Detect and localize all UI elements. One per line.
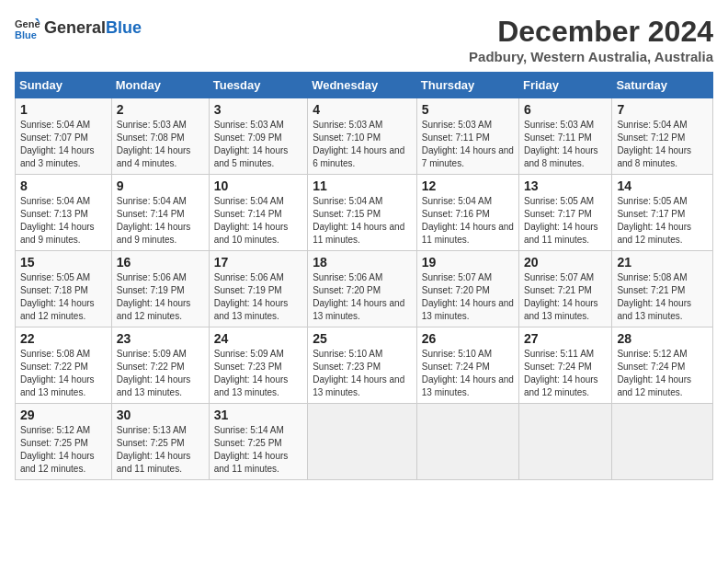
day-number: 24 <box>214 331 302 346</box>
day-info: Sunrise: 5:03 AMSunset: 7:09 PMDaylight:… <box>214 120 289 168</box>
day-cell: 16 Sunrise: 5:06 AMSunset: 7:19 PMDaylig… <box>111 251 209 327</box>
day-cell: 5 Sunrise: 5:03 AMSunset: 7:11 PMDayligh… <box>416 98 518 175</box>
day-number: 3 <box>214 102 302 117</box>
col-header-friday: Friday <box>518 73 611 98</box>
day-cell: 31 Sunrise: 5:14 AMSunset: 7:25 PMDaylig… <box>209 404 307 480</box>
week-row-2: 15 Sunrise: 5:05 AMSunset: 7:18 PMDaylig… <box>16 251 713 327</box>
day-cell <box>612 404 713 480</box>
day-cell: 19 Sunrise: 5:07 AMSunset: 7:20 PMDaylig… <box>416 251 518 327</box>
day-cell <box>416 404 518 480</box>
day-info: Sunrise: 5:05 AMSunset: 7:17 PMDaylight:… <box>617 196 691 245</box>
col-header-thursday: Thursday <box>416 73 518 98</box>
col-header-tuesday: Tuesday <box>209 73 307 98</box>
col-header-saturday: Saturday <box>612 73 713 98</box>
day-info: Sunrise: 5:09 AMSunset: 7:23 PMDaylight:… <box>214 349 289 397</box>
day-info: Sunrise: 5:03 AMSunset: 7:08 PMDaylight:… <box>117 120 191 168</box>
day-info: Sunrise: 5:03 AMSunset: 7:11 PMDaylight:… <box>422 120 514 168</box>
day-cell: 3 Sunrise: 5:03 AMSunset: 7:09 PMDayligh… <box>209 98 307 175</box>
day-cell: 21 Sunrise: 5:08 AMSunset: 7:21 PMDaylig… <box>612 251 713 327</box>
day-info: Sunrise: 5:07 AMSunset: 7:20 PMDaylight:… <box>422 272 514 321</box>
day-cell: 29 Sunrise: 5:12 AMSunset: 7:25 PMDaylig… <box>16 404 112 480</box>
day-info: Sunrise: 5:04 AMSunset: 7:12 PMDaylight:… <box>617 120 691 168</box>
day-info: Sunrise: 5:08 AMSunset: 7:22 PMDaylight:… <box>20 349 95 397</box>
svg-text:Blue: Blue <box>15 29 37 40</box>
day-number: 8 <box>20 178 107 193</box>
header: General Blue GeneralBlue December 2024 P… <box>15 15 713 64</box>
day-cell <box>308 404 417 480</box>
day-number: 31 <box>214 408 302 422</box>
day-cell: 11 Sunrise: 5:04 AMSunset: 7:15 PMDaylig… <box>308 175 417 251</box>
day-info: Sunrise: 5:11 AMSunset: 7:24 PMDaylight:… <box>524 349 598 397</box>
day-number: 16 <box>117 255 204 270</box>
day-cell: 28 Sunrise: 5:12 AMSunset: 7:24 PMDaylig… <box>612 327 713 404</box>
day-number: 27 <box>524 331 607 346</box>
day-info: Sunrise: 5:12 AMSunset: 7:24 PMDaylight:… <box>617 349 691 397</box>
day-number: 19 <box>422 255 514 270</box>
day-number: 5 <box>422 102 514 117</box>
day-info: Sunrise: 5:13 AMSunset: 7:25 PMDaylight:… <box>117 425 191 474</box>
day-info: Sunrise: 5:04 AMSunset: 7:14 PMDaylight:… <box>214 196 289 245</box>
day-number: 21 <box>617 255 708 270</box>
day-number: 26 <box>422 331 514 346</box>
day-info: Sunrise: 5:06 AMSunset: 7:19 PMDaylight:… <box>214 272 289 321</box>
header-row: SundayMondayTuesdayWednesdayThursdayFrid… <box>16 73 713 98</box>
day-number: 15 <box>20 255 107 270</box>
day-cell: 14 Sunrise: 5:05 AMSunset: 7:17 PMDaylig… <box>612 175 713 251</box>
day-number: 7 <box>617 102 708 117</box>
week-row-0: 1 Sunrise: 5:04 AMSunset: 7:07 PMDayligh… <box>16 98 713 175</box>
day-cell: 30 Sunrise: 5:13 AMSunset: 7:25 PMDaylig… <box>111 404 209 480</box>
day-cell: 9 Sunrise: 5:04 AMSunset: 7:14 PMDayligh… <box>111 175 209 251</box>
day-cell: 2 Sunrise: 5:03 AMSunset: 7:08 PMDayligh… <box>111 98 209 175</box>
day-cell: 23 Sunrise: 5:09 AMSunset: 7:22 PMDaylig… <box>111 327 209 404</box>
week-row-4: 29 Sunrise: 5:12 AMSunset: 7:25 PMDaylig… <box>16 404 713 480</box>
day-info: Sunrise: 5:06 AMSunset: 7:20 PMDaylight:… <box>313 272 404 321</box>
day-cell: 10 Sunrise: 5:04 AMSunset: 7:14 PMDaylig… <box>209 175 307 251</box>
day-cell: 15 Sunrise: 5:05 AMSunset: 7:18 PMDaylig… <box>16 251 112 327</box>
day-number: 28 <box>617 331 708 346</box>
day-number: 11 <box>313 178 412 193</box>
day-number: 25 <box>313 331 412 346</box>
day-cell: 25 Sunrise: 5:10 AMSunset: 7:23 PMDaylig… <box>308 327 417 404</box>
day-info: Sunrise: 5:04 AMSunset: 7:07 PMDaylight:… <box>20 120 95 168</box>
week-row-1: 8 Sunrise: 5:04 AMSunset: 7:13 PMDayligh… <box>16 175 713 251</box>
day-number: 2 <box>117 102 204 117</box>
day-cell: 7 Sunrise: 5:04 AMSunset: 7:12 PMDayligh… <box>612 98 713 175</box>
day-number: 10 <box>214 178 302 193</box>
week-row-3: 22 Sunrise: 5:08 AMSunset: 7:22 PMDaylig… <box>16 327 713 404</box>
day-cell: 8 Sunrise: 5:04 AMSunset: 7:13 PMDayligh… <box>16 175 112 251</box>
day-number: 23 <box>117 331 204 346</box>
day-cell: 18 Sunrise: 5:06 AMSunset: 7:20 PMDaylig… <box>308 251 417 327</box>
logo: General Blue GeneralBlue <box>15 15 142 40</box>
day-number: 1 <box>20 102 107 117</box>
main-title: December 2024 <box>469 15 713 49</box>
day-info: Sunrise: 5:05 AMSunset: 7:17 PMDaylight:… <box>524 196 598 245</box>
day-number: 30 <box>117 408 204 422</box>
col-header-sunday: Sunday <box>16 73 112 98</box>
col-header-monday: Monday <box>111 73 209 98</box>
day-info: Sunrise: 5:03 AMSunset: 7:10 PMDaylight:… <box>313 120 404 168</box>
day-info: Sunrise: 5:09 AMSunset: 7:22 PMDaylight:… <box>117 349 191 397</box>
day-number: 4 <box>313 102 412 117</box>
title-block: December 2024 Padbury, Western Australia… <box>469 15 713 64</box>
day-info: Sunrise: 5:12 AMSunset: 7:25 PMDaylight:… <box>20 425 95 474</box>
day-info: Sunrise: 5:04 AMSunset: 7:16 PMDaylight:… <box>422 196 514 245</box>
day-info: Sunrise: 5:05 AMSunset: 7:18 PMDaylight:… <box>20 272 95 321</box>
day-cell: 24 Sunrise: 5:09 AMSunset: 7:23 PMDaylig… <box>209 327 307 404</box>
day-info: Sunrise: 5:04 AMSunset: 7:14 PMDaylight:… <box>117 196 191 245</box>
day-info: Sunrise: 5:06 AMSunset: 7:19 PMDaylight:… <box>117 272 191 321</box>
day-cell: 13 Sunrise: 5:05 AMSunset: 7:17 PMDaylig… <box>518 175 611 251</box>
day-cell <box>518 404 611 480</box>
day-number: 12 <box>422 178 514 193</box>
day-info: Sunrise: 5:14 AMSunset: 7:25 PMDaylight:… <box>214 425 289 474</box>
day-info: Sunrise: 5:04 AMSunset: 7:13 PMDaylight:… <box>20 196 95 245</box>
day-cell: 17 Sunrise: 5:06 AMSunset: 7:19 PMDaylig… <box>209 251 307 327</box>
day-number: 9 <box>117 178 204 193</box>
day-cell: 22 Sunrise: 5:08 AMSunset: 7:22 PMDaylig… <box>16 327 112 404</box>
day-number: 29 <box>20 408 107 422</box>
calendar-table: SundayMondayTuesdayWednesdayThursdayFrid… <box>15 72 713 480</box>
day-info: Sunrise: 5:10 AMSunset: 7:24 PMDaylight:… <box>422 349 514 397</box>
day-number: 6 <box>524 102 607 117</box>
day-cell: 12 Sunrise: 5:04 AMSunset: 7:16 PMDaylig… <box>416 175 518 251</box>
day-cell: 27 Sunrise: 5:11 AMSunset: 7:24 PMDaylig… <box>518 327 611 404</box>
day-number: 18 <box>313 255 412 270</box>
